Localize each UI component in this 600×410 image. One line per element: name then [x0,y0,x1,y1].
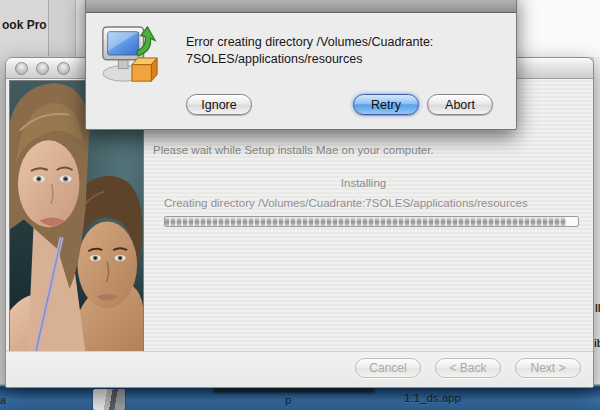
phase-label: Installing [156,177,571,189]
screen: ook Pro ll ib a p 1.1_ds.app [0,0,600,410]
drive-icon[interactable] [93,389,125,410]
progress-fill [165,217,566,226]
next-button[interactable]: Next > [515,358,581,378]
back-button[interactable]: < Back [435,358,501,378]
retry-button[interactable]: Retry [353,94,419,115]
installer-computer-icon [99,24,161,86]
minimize-window-icon[interactable] [36,62,49,75]
desktop-icon-label-fragment: ib [594,338,600,349]
error-message: Error creating directory /Volumes/Cuadra… [186,34,506,68]
cancel-button[interactable]: Cancel [355,358,421,378]
window-button-bar: Cancel < Back Next > [6,351,593,387]
error-dialog-titlebar[interactable] [86,0,516,13]
ignore-button[interactable]: Ignore [186,94,252,115]
error-dialog: Error creating directory /Volumes/Cuadra… [85,0,517,130]
abort-button[interactable]: Abort [427,94,493,115]
error-dialog-buttons: Ignore Retry Abort [86,94,516,116]
error-message-line1: Error creating directory /Volumes/Cuadra… [186,34,506,51]
close-window-icon[interactable] [15,62,28,75]
progress-bar [164,216,579,227]
error-message-line2: 7SOLES/applications/resources [186,51,506,68]
traffic-lights [15,62,70,75]
please-wait-text: Please wait while Setup installs Mae on … [153,144,585,156]
icon-label-app-file[interactable]: 1.1_ds.app [404,392,461,404]
status-text: Creating directory /Volumes/Cuadrante:7S… [164,197,593,209]
background-panel [49,0,75,56]
installer-computer-icon-svg [99,24,161,84]
desktop-right-edge [594,57,600,385]
desktop-icon-label-fragment: ll [595,303,600,314]
desktop-label-macbook: ook Pro [2,18,47,32]
desktop-icon-label-fragment: a [0,394,6,406]
zoom-window-icon[interactable] [57,62,70,75]
icon-label-wrapped-tail[interactable]: p [285,394,291,406]
